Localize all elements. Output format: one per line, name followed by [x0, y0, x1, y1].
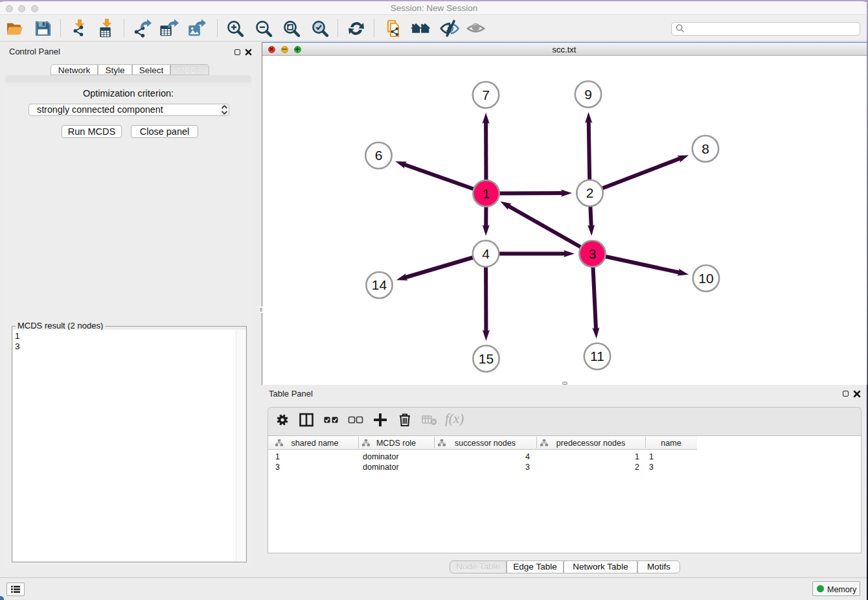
svg-text:6: 6 [375, 148, 383, 163]
svg-text:1: 1 [483, 185, 490, 200]
svg-text:2: 2 [586, 185, 594, 200]
svg-text:14: 14 [372, 277, 387, 292]
svg-text:10: 10 [698, 270, 713, 285]
svg-text:11: 11 [590, 349, 604, 363]
svg-text:15: 15 [479, 351, 494, 365]
svg-text:9: 9 [584, 86, 592, 101]
svg-text:4: 4 [482, 246, 490, 260]
svg-text:7: 7 [482, 87, 490, 102]
svg-text:8: 8 [702, 141, 709, 156]
svg-text:3: 3 [589, 246, 597, 260]
